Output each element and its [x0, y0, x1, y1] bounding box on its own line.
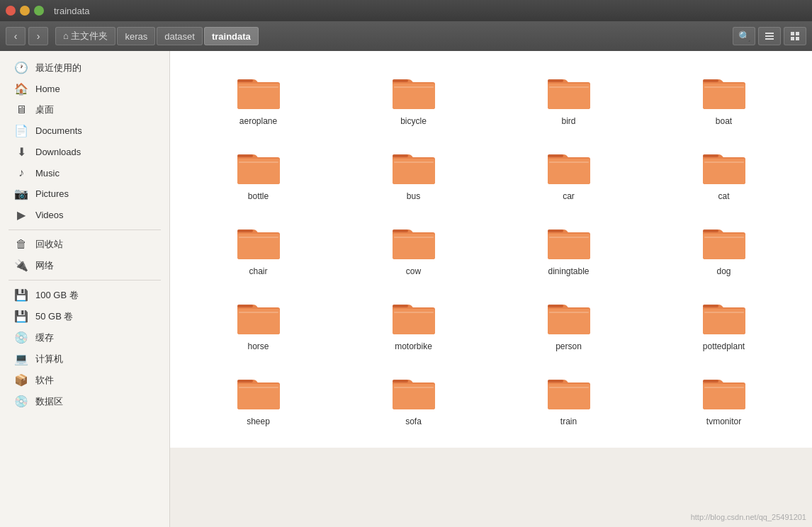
svg-rect-70	[704, 312, 744, 313]
sidebar-item-软件[interactable]: 📦 软件	[3, 370, 167, 390]
folder-item-tvmonitor[interactable]: tvmonitor	[650, 366, 798, 434]
folder-icon	[236, 72, 281, 112]
forward-button[interactable]: ›	[28, 27, 48, 45]
svg-rect-78	[394, 387, 434, 388]
sidebar-icon: 🔌	[14, 259, 28, 272]
folder-item-pottedplant[interactable]: pottedplant	[650, 290, 798, 358]
sidebar-item-home[interactable]: 🏠 Home	[3, 79, 167, 99]
folder-name: horse	[247, 341, 269, 351]
sidebar-item-计算机[interactable]: 💻 计算机	[3, 348, 167, 369]
folder-name: cow	[406, 266, 421, 276]
close-button[interactable]	[6, 6, 16, 16]
sidebar-label: 网络	[35, 259, 54, 272]
folder-item-chair[interactable]: chair	[184, 215, 332, 283]
folder-item-bird[interactable]: bird	[495, 65, 643, 133]
sidebar-item-最近使用的[interactable]: 🕐 最近使用的	[3, 57, 167, 78]
search-button[interactable]: 🔍	[733, 27, 755, 45]
titlebar: traindata	[0, 0, 812, 21]
folder-item-aeroplane[interactable]: aeroplane	[184, 65, 332, 133]
folder-icon	[391, 72, 436, 112]
sidebar-item-网络[interactable]: 🔌 网络	[3, 255, 167, 276]
sidebar-item-回收站[interactable]: 🗑 回收站	[3, 234, 167, 254]
svg-rect-45	[393, 230, 408, 232]
sidebar-label: Downloads	[35, 147, 81, 157]
svg-rect-21	[703, 79, 718, 82]
folder-icon	[701, 298, 747, 337]
folder-item-cat[interactable]: cat	[650, 140, 798, 208]
folder-item-bus[interactable]: bus	[339, 140, 487, 208]
svg-rect-34	[549, 162, 589, 163]
folder-grid: aeroplane bicycle bird	[184, 65, 798, 434]
sidebar-item-downloads[interactable]: ⬇ Downloads	[3, 142, 167, 162]
folder-name: motorbike	[395, 341, 432, 351]
svg-rect-1	[765, 35, 774, 37]
sidebar-label: Home	[35, 84, 60, 94]
folder-name: sheep	[247, 416, 270, 426]
folder-item-car[interactable]: car	[495, 140, 643, 208]
svg-rect-61	[393, 305, 408, 307]
folder-icon	[701, 222, 747, 262]
sidebar-item-music[interactable]: ♪ Music	[3, 163, 167, 183]
sidebar-icon: 🕐	[14, 61, 28, 74]
folder-item-bicycle[interactable]: bicycle	[339, 65, 487, 133]
svg-rect-9	[237, 79, 253, 82]
sidebar-item-缓存[interactable]: 💿 缓存	[3, 327, 167, 348]
folder-item-horse[interactable]: horse	[184, 290, 332, 358]
sidebar-label: Pictures	[35, 188, 69, 199]
sidebar-icon: 💻	[14, 352, 28, 366]
folder-item-dog[interactable]: dog	[650, 215, 798, 283]
file-browser-content: aeroplane bicycle bird	[170, 51, 812, 448]
sidebar-icon: 🏠	[14, 82, 28, 96]
folder-name: bird	[561, 116, 575, 126]
folder-icon	[236, 147, 281, 187]
sidebar-item-50-gb-卷[interactable]: 💾 50 GB 卷	[3, 306, 167, 327]
minimize-button[interactable]	[20, 6, 30, 16]
folder-icon	[546, 222, 592, 262]
list-view-button[interactable]	[758, 27, 781, 45]
svg-rect-25	[237, 154, 253, 157]
toolbar: ‹ › ⌂ 主文件夹 keras dataset traindata 🔍	[0, 21, 812, 51]
breadcrumb-traindata[interactable]: traindata	[204, 27, 259, 45]
folder-item-sofa[interactable]: sofa	[339, 366, 487, 434]
sidebar-item-数据区[interactable]: 💿 数据区	[3, 391, 167, 412]
sidebar-item-100-gb-卷[interactable]: 💾 100 GB 卷	[3, 285, 167, 305]
svg-rect-65	[548, 305, 563, 307]
folder-name: train	[560, 416, 577, 426]
folder-item-sheep[interactable]: sheep	[184, 366, 332, 434]
sidebar-item-pictures[interactable]: 📷 Pictures	[3, 183, 167, 204]
sidebar-item-桌面[interactable]: 🖥 桌面	[3, 100, 167, 120]
svg-rect-30	[394, 162, 434, 163]
sidebar-icon: 🗑	[14, 238, 28, 251]
svg-rect-66	[549, 312, 589, 313]
sidebar-item-documents[interactable]: 📄 Documents	[3, 120, 167, 141]
svg-rect-86	[704, 387, 744, 388]
svg-rect-62	[394, 312, 434, 313]
back-button[interactable]: ‹	[6, 27, 26, 45]
svg-rect-4	[796, 32, 799, 35]
folder-item-cow[interactable]: cow	[339, 215, 487, 283]
folder-item-motorbike[interactable]: motorbike	[339, 290, 487, 358]
folder-item-train[interactable]: train	[495, 366, 643, 434]
folder-item-person[interactable]: person	[495, 290, 643, 358]
svg-rect-37	[703, 154, 718, 157]
svg-rect-57	[237, 305, 253, 307]
folder-icon	[701, 147, 747, 187]
sidebar-icon: 💾	[14, 310, 28, 323]
svg-rect-42	[239, 237, 278, 238]
folder-icon	[391, 222, 436, 262]
breadcrumb-keras[interactable]: keras	[117, 27, 155, 45]
breadcrumb-home[interactable]: ⌂ 主文件夹	[55, 27, 115, 45]
sidebar-item-videos[interactable]: ▶ Videos	[3, 205, 167, 225]
svg-rect-74	[239, 387, 278, 388]
folder-item-diningtable[interactable]: diningtable	[495, 215, 643, 283]
grid-view-button[interactable]	[784, 27, 806, 45]
content-wrapper: aeroplane bicycle bird	[170, 51, 812, 527]
sidebar-divider	[9, 280, 161, 280]
svg-rect-22	[704, 86, 744, 88]
sidebar-icon: 📄	[14, 124, 28, 137]
folder-name: tvmonitor	[706, 416, 741, 426]
maximize-button[interactable]	[34, 6, 44, 16]
folder-item-bottle[interactable]: bottle	[184, 140, 332, 208]
folder-item-boat[interactable]: boat	[650, 65, 798, 133]
breadcrumb-dataset[interactable]: dataset	[157, 27, 203, 45]
